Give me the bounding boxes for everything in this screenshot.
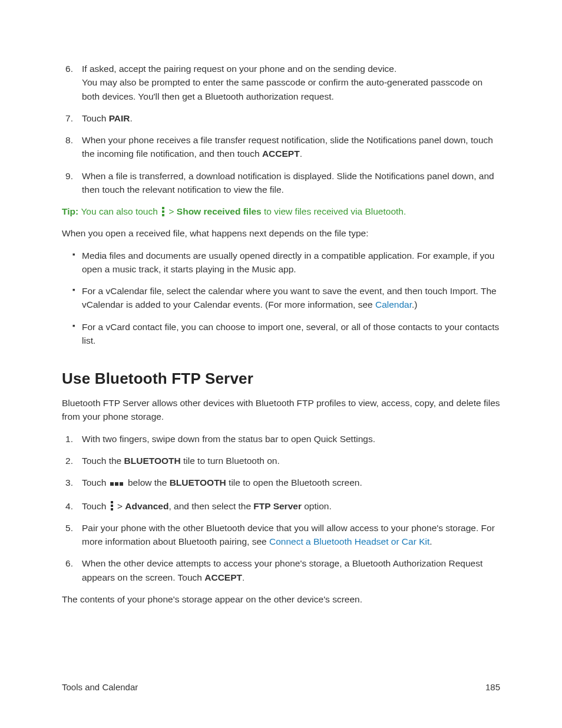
step-text: Touch the (82, 456, 124, 466)
step-text: . (429, 536, 432, 546)
step-text: , and then select the (168, 501, 253, 511)
ordered-list: With two fingers, swipe down from the st… (62, 432, 500, 584)
svg-rect-5 (111, 508, 113, 510)
list-item: When your phone receives a file transfer… (62, 133, 500, 161)
list-item: Media files and documents are usually op… (62, 249, 500, 276)
step-text: When the other device attempts to access… (82, 558, 482, 582)
page-container: If asked, accept the pairing request on … (0, 0, 562, 728)
list-item: Touch below the BLUETOOTH tile to open t… (62, 476, 500, 491)
bold-text: Advanced (125, 501, 168, 511)
svg-rect-3 (111, 501, 113, 503)
section-heading: Use Bluetooth FTP Server (62, 367, 500, 390)
step-text: . (130, 113, 133, 123)
bullet-text: Media files and documents are usually op… (82, 251, 494, 274)
list-item: For a vCalendar file, select the calenda… (62, 284, 500, 312)
list-item: Touch the BLUETOOTH tile to turn Bluetoo… (62, 454, 500, 467)
body-paragraph: The contents of your phone's storage app… (62, 592, 500, 606)
bold-text: FTP Server (253, 501, 302, 511)
step-text: option. (302, 501, 332, 511)
step-text: tile to turn Bluetooth on. (181, 456, 280, 466)
tip-text: You can also touch (81, 206, 160, 216)
step-text: . (242, 572, 244, 582)
list-item: With two fingers, swipe down from the st… (62, 432, 500, 446)
list-item: Touch PAIR. (62, 111, 500, 125)
calendar-link[interactable]: Calendar (375, 299, 412, 309)
bold-text: ACCEPT (262, 149, 300, 159)
tip-text: > (166, 206, 177, 216)
overflow-menu-icon (110, 501, 114, 510)
list-item: When the other device attempts to access… (62, 556, 500, 584)
page-footer: Tools and Calendar 185 (62, 681, 500, 694)
step-text: Touch (82, 477, 109, 487)
connect-bluetooth-link[interactable]: Connect a Bluetooth Headset or Car Kit (269, 536, 429, 546)
tip-text: to view files received via Bluetooth. (262, 206, 406, 216)
step-text: If asked, accept the pairing request on … (82, 64, 396, 74)
step-text: . (300, 149, 302, 159)
step-text: tile to open the Bluetooth screen. (226, 477, 362, 487)
step-text: below the (125, 477, 170, 487)
svg-rect-1 (162, 210, 164, 213)
bold-text: BLUETOOTH (170, 477, 226, 487)
list-item: For a vCard contact file, you can choose… (62, 320, 500, 348)
footer-section-title: Tools and Calendar (62, 681, 138, 694)
svg-rect-4 (111, 505, 113, 507)
bulleted-list: Media files and documents are usually op… (62, 249, 500, 348)
overflow-menu-icon (161, 207, 165, 216)
bullet-text: For a vCard contact file, you can choose… (82, 322, 499, 345)
bullet-text: For a vCalendar file, select the calenda… (82, 286, 497, 309)
bold-text: ACCEPT (204, 572, 242, 582)
list-item: Pair your phone with the other Bluetooth… (62, 521, 500, 549)
svg-rect-0 (162, 207, 164, 209)
step-text: Touch (82, 113, 109, 123)
svg-rect-2 (162, 214, 164, 216)
ordered-list-continued: If asked, accept the pairing request on … (62, 62, 500, 196)
bold-text: Show received files (177, 206, 262, 216)
step-text: > (115, 501, 125, 511)
step-text: When a file is transferred, a download n… (82, 171, 494, 195)
body-paragraph: When you open a received file, what happ… (62, 226, 500, 240)
page-number: 185 (485, 681, 500, 694)
step-text: You may also be prompted to enter the sa… (82, 77, 482, 101)
body-paragraph: Bluetooth FTP Server allows other device… (62, 396, 500, 424)
step-text: Touch (82, 501, 109, 511)
bold-text: BLUETOOTH (124, 456, 181, 466)
tip-paragraph: Tip: You can also touch > Show received … (62, 205, 500, 218)
bold-text: PAIR (109, 113, 130, 123)
tip-label: Tip: (62, 206, 81, 216)
list-item: If asked, accept the pairing request on … (62, 62, 500, 103)
more-dots-icon (110, 476, 124, 489)
list-item: Touch > Advanced, and then select the FT… (62, 499, 500, 513)
step-text: With two fingers, swipe down from the st… (82, 434, 375, 444)
bullet-text: .) (412, 299, 417, 309)
list-item: When a file is transferred, a download n… (62, 169, 500, 197)
